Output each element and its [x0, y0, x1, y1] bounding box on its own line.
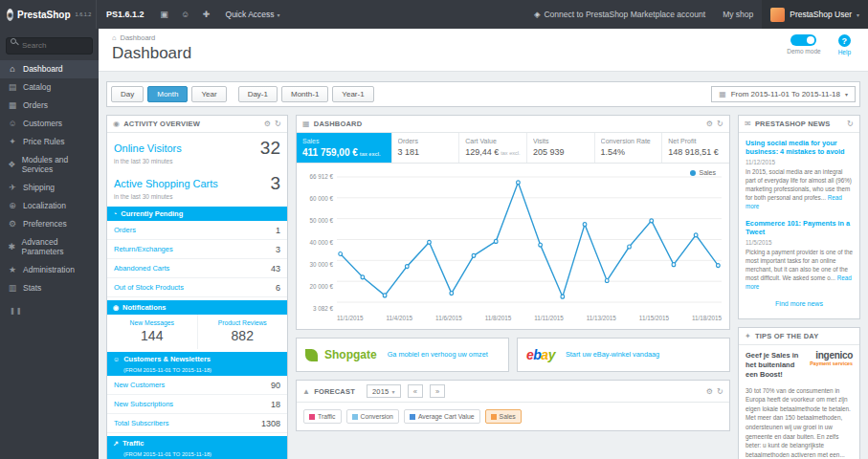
find-more-news-link[interactable]: Find more news — [746, 298, 853, 313]
prestashop-logo[interactable]: ◉ PrestaShop 1.6.1.2 — [0, 9, 96, 21]
kpi-cart-value[interactable]: Cart Value 129,44 €tax excl. — [459, 133, 527, 163]
tips-icon: ✦ — [745, 332, 751, 340]
filter-month-1-button[interactable]: Month-1 — [281, 86, 328, 102]
collapse-sidebar-button[interactable]: ❚❚ — [0, 297, 99, 324]
customers-row-new-subscriptions[interactable]: New Subscriptions 18 — [107, 395, 287, 414]
customers-row-new-customers[interactable]: New Customers 90 — [107, 376, 287, 395]
shipping-icon: ✈ — [8, 183, 17, 192]
kpi-value: 148 918,51 € — [668, 147, 723, 157]
refresh-icon[interactable]: ↻ — [717, 387, 723, 396]
filter-year-button[interactable]: Year — [191, 86, 226, 102]
article-title[interactable]: Ecommerce 101: Payments in a Tweet — [746, 219, 853, 237]
pending-row-out-of-stock[interactable]: Out of Stock Products 6 — [107, 278, 287, 297]
prev-year-button[interactable]: « — [408, 384, 423, 398]
search-icon — [11, 38, 16, 44]
my-shop-link[interactable]: My shop — [714, 10, 762, 19]
ebay-ad[interactable]: ebay Start uw eBay-winkel vandaag — [517, 338, 730, 372]
help-icon: ? — [838, 34, 851, 47]
sidebar-item-label: Catalog — [23, 82, 51, 92]
refresh-icon[interactable]: ↻ — [717, 120, 723, 128]
filter-day-button[interactable]: Day — [111, 86, 144, 102]
sidebar-item-price-rules[interactable]: ✦ Price Rules — [0, 133, 99, 151]
marketplace-label: Connect to PrestaShop Marketplace accoun… — [544, 10, 705, 19]
shopgate-name: Shopgate — [324, 348, 377, 361]
search-input[interactable] — [6, 37, 93, 55]
shopgate-cta[interactable]: Ga mobiel en verhoog uw omzet — [388, 350, 488, 359]
gear-icon[interactable]: ⚙ — [264, 120, 271, 128]
kpi-conversion-rate[interactable]: Conversion Rate 1.54% — [595, 133, 663, 163]
marketplace-link[interactable]: ◈ Connect to PrestaShop Marketplace acco… — [525, 10, 714, 19]
sidebar-item-advanced-parameters[interactable]: ✱ Advanced Parameters — [0, 233, 99, 261]
kpi-sales[interactable]: Sales 411 759,00 €tax excl. — [297, 133, 392, 163]
filter-month-button[interactable]: Month — [147, 86, 188, 102]
next-year-button[interactable]: » — [430, 384, 445, 398]
user-menu[interactable]: PrestaShop User ▾ — [762, 0, 868, 29]
forecast-year-select[interactable]: 2015 ▾ — [367, 384, 401, 398]
activity-icon: ◉ — [113, 120, 120, 128]
profile-icon[interactable]: ☺ — [175, 0, 196, 29]
active-carts-metric[interactable]: Active Shopping Carts in the last 30 min… — [107, 168, 287, 204]
forecast-legend-chip[interactable]: Traffic — [303, 409, 342, 424]
ebay-cta[interactable]: Start uw eBay-winkel vandaag — [566, 350, 659, 359]
prestashop-news-panel: ✉ PrestaShop News ↻ Using social media f… — [738, 115, 860, 319]
customers-row-total-subscribers[interactable]: Total Subscribers 1308 — [107, 414, 287, 433]
sidebar-item-customers[interactable]: ☺ Customers — [0, 115, 99, 133]
kpi-net-profit[interactable]: Net Profit 148 918,51 € — [662, 133, 729, 163]
kpi-orders[interactable]: Orders 3 181 — [392, 133, 460, 163]
chart-legend[interactable]: Sales — [690, 169, 716, 176]
sidebar: ⌂ Dashboard ▤ Catalog ▦ Orders ☺ Custome… — [0, 29, 99, 459]
filter-day-1-button[interactable]: Day-1 — [238, 86, 278, 102]
section-subtitle: (FROM 2015-11-01 TO 2015-11-18) — [113, 367, 281, 373]
pending-row-returns[interactable]: Return/Exchanges 3 — [107, 240, 287, 259]
sidebar-item-catalog[interactable]: ▤ Catalog — [0, 78, 99, 97]
row-label: Orders — [114, 226, 136, 234]
sidebar-item-shipping[interactable]: ✈ Shipping — [0, 179, 99, 197]
online-visitors-label: Online Visitors — [114, 142, 182, 154]
dashboard-panel: ▦ Dashboard ⚙ ↻ Sales 411 759,00 €tax ex… — [296, 115, 730, 330]
sidebar-item-stats[interactable]: ▥ Stats — [0, 279, 99, 297]
toggle-switch[interactable] — [790, 34, 816, 46]
sidebar-item-administration[interactable]: ★ Administration — [0, 261, 99, 279]
active-carts-label: Active Shopping Carts — [114, 178, 218, 189]
sidebar-item-dashboard[interactable]: ⌂ Dashboard — [0, 60, 99, 78]
demo-mode-toggle[interactable]: Demo mode — [787, 34, 820, 55]
forecast-legend-chip[interactable]: Average Cart Value — [404, 409, 480, 424]
product-reviews-cell[interactable]: Product Reviews 882 — [198, 315, 288, 349]
shopgate-ad[interactable]: Shopgate Ga mobiel en verhoog uw omzet — [296, 338, 509, 372]
new-messages-cell[interactable]: New Messages 144 — [107, 315, 198, 349]
kpi-value: 1.54% — [601, 147, 657, 157]
sales-line-chart[interactable] — [337, 173, 722, 312]
row-label: Abandoned Carts — [114, 264, 169, 273]
refresh-icon[interactable]: ↻ — [847, 120, 854, 128]
gear-icon[interactable]: ⚙ — [706, 120, 713, 128]
pending-row-orders[interactable]: Orders 1 — [107, 221, 287, 240]
forecast-legend-chip[interactable]: Sales — [485, 409, 522, 424]
sidebar-item-label: Stats — [23, 283, 41, 293]
gear-icon[interactable]: ⚙ — [706, 387, 713, 396]
filter-year-1-button[interactable]: Year-1 — [332, 86, 373, 102]
sidebar-item-modules[interactable]: ❖ Modules and Services — [0, 151, 99, 179]
online-visitors-metric[interactable]: Online Visitors in the last 30 minutes 3… — [107, 133, 287, 168]
refresh-icon[interactable]: ↻ — [275, 120, 281, 128]
breadcrumb-label: Dashboard — [121, 33, 156, 42]
help-label: Help — [838, 49, 851, 55]
quick-access-menu[interactable]: Quick Access ▾ — [217, 10, 289, 19]
sidebar-item-orders[interactable]: ▦ Orders — [0, 97, 99, 115]
date-range-picker[interactable]: ▦ From 2015-11-01 To 2015-11-18 ▾ — [711, 86, 856, 102]
article-title[interactable]: Using social media for your business: 4 … — [746, 139, 853, 157]
row-label: Out of Stock Products — [114, 283, 184, 292]
kpi-label: Orders — [398, 138, 454, 144]
forecast-legend-chip[interactable]: Conversion — [346, 409, 399, 424]
traffic-icon: ↗ — [113, 440, 119, 448]
breadcrumb[interactable]: ⌂ Dashboard — [112, 33, 855, 42]
cart-icon[interactable]: ▣ — [154, 0, 175, 29]
sidebar-item-preferences[interactable]: ⚙ Preferences — [0, 215, 99, 233]
active-carts-value: 3 — [270, 174, 280, 192]
add-icon[interactable]: ✚ — [196, 0, 217, 29]
kpi-visits[interactable]: Visits 205 939 — [527, 133, 595, 163]
pending-row-abandoned-carts[interactable]: Abandoned Carts 43 — [107, 259, 287, 278]
calendar-icon: ▦ — [719, 90, 726, 98]
shop-name[interactable]: PS1.6.1.2 — [96, 0, 154, 29]
help-button[interactable]: ? Help — [838, 34, 851, 55]
sidebar-item-localization[interactable]: ⊕ Localization — [0, 197, 99, 215]
